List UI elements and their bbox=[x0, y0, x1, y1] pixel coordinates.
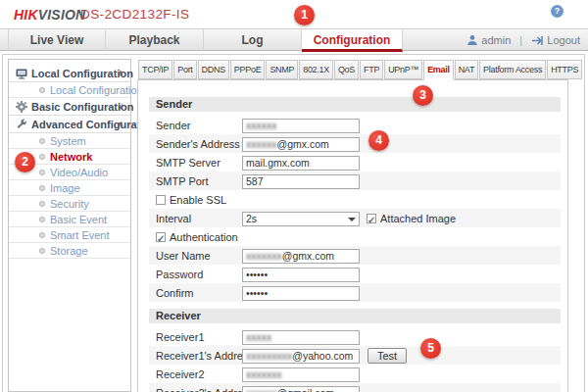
sender-input[interactable]: xxxxxx bbox=[242, 119, 360, 133]
interval-row: Interval2sAttached Image bbox=[149, 209, 561, 227]
masked-value: •••••• bbox=[246, 287, 268, 299]
callout-4: 4 bbox=[368, 130, 389, 151]
field-label: SMTP Port bbox=[149, 172, 242, 191]
section-gap bbox=[149, 302, 561, 309]
masked-value: •••••• bbox=[246, 269, 268, 280]
password-input[interactable]: •••••• bbox=[242, 268, 360, 282]
tab-tcpip[interactable]: TCP/IP bbox=[138, 60, 172, 79]
logout-button[interactable]: Logout bbox=[547, 34, 580, 46]
field-value: mail.gmx.com bbox=[246, 157, 310, 169]
chevron-up-icon: ∧ bbox=[118, 116, 123, 133]
sidebar-item-label: Image bbox=[50, 182, 80, 194]
tab-nat[interactable]: NAT bbox=[455, 60, 478, 79]
bullet-icon bbox=[39, 232, 45, 238]
nav-tab-log[interactable]: Log bbox=[204, 29, 302, 51]
tab-upnp[interactable]: UPnP™ bbox=[384, 60, 422, 79]
field-label: User Name bbox=[149, 247, 242, 266]
tab-ddns[interactable]: DDNS bbox=[198, 60, 229, 79]
bullet-icon bbox=[39, 201, 45, 207]
callout-3: 3 bbox=[413, 85, 433, 106]
hikvision-logo: HIKVISION bbox=[14, 7, 85, 23]
sidebar-group-advanced-configuration[interactable]: Advanced Configuration ∧ bbox=[9, 116, 130, 133]
smtp-server-row: SMTP Servermail.gmx.com bbox=[149, 153, 561, 172]
bullet-icon bbox=[39, 185, 45, 191]
tab-email[interactable]: Email bbox=[423, 60, 454, 80]
monitor-icon bbox=[16, 67, 27, 78]
sidebar-group-local-configuration[interactable]: Local Configuration ∧ bbox=[9, 65, 130, 82]
authentication-checkbox[interactable] bbox=[156, 232, 166, 242]
confirm-input[interactable]: •••••• bbox=[242, 286, 360, 301]
main-nav: Live View Playback Log Configuration adm… bbox=[0, 28, 588, 51]
checkbox-label: Enable SSL bbox=[170, 194, 226, 206]
email-settings-panel: Sender Senderxxxxxx Sender's Addressxxxx… bbox=[137, 79, 568, 392]
dropdown-arrow-icon bbox=[348, 218, 356, 221]
field-label: Receiver2's Address bbox=[149, 384, 242, 392]
smtp-port-input[interactable]: 587 bbox=[242, 174, 360, 189]
sidebar-group-basic-configuration[interactable]: Basic Configuration ∨ bbox=[9, 98, 130, 116]
redacted-value: xxxxxx bbox=[246, 138, 277, 150]
sender-address-row: Sender's Addressxxxxxx@gmx.com bbox=[149, 134, 561, 153]
receiver1-row: Receiver1xxxxx bbox=[149, 327, 561, 346]
nav-tab-live-view[interactable]: Live View bbox=[8, 29, 106, 51]
help-icon[interactable]: ? bbox=[551, 5, 564, 18]
selected-value: 2s bbox=[246, 213, 257, 224]
sidebar-item-storage[interactable]: Storage bbox=[9, 243, 130, 259]
tab-qos[interactable]: QoS bbox=[334, 60, 359, 79]
visible-value: @gmail.com bbox=[277, 387, 335, 392]
tab-platform-access[interactable]: Platform Access bbox=[479, 60, 546, 79]
receiver2-address-row: Receiver2's Addressxxxxxx@gmail.com bbox=[149, 383, 561, 392]
user-icon bbox=[466, 34, 478, 46]
tab-ftp[interactable]: FTP bbox=[360, 60, 383, 79]
test-button[interactable]: Test bbox=[368, 348, 407, 364]
main-panel: TCP/IP Port DDNS PPPoE SNMP 802.1X QoS F… bbox=[137, 60, 574, 392]
receiver1-input[interactable]: xxxxx bbox=[242, 330, 360, 345]
sidebar-item-image[interactable]: Image bbox=[9, 180, 130, 196]
interval-select[interactable]: 2s bbox=[242, 212, 360, 226]
gear-icon bbox=[16, 100, 27, 112]
smtp-server-input[interactable]: mail.gmx.com bbox=[242, 156, 360, 171]
sidebar-item-label: Smart Event bbox=[50, 229, 110, 241]
tab-https[interactable]: HTTPS bbox=[547, 60, 582, 79]
field-label: Receiver2 bbox=[149, 366, 242, 384]
field-label: Receiver1's Address bbox=[149, 347, 242, 366]
bullet-icon bbox=[39, 87, 45, 93]
logout-icon bbox=[531, 34, 544, 46]
tab-pppoe[interactable]: PPPoE bbox=[230, 60, 266, 79]
sender-address-input[interactable]: xxxxxx@gmx.com bbox=[242, 137, 360, 152]
tab-port[interactable]: Port bbox=[173, 60, 196, 79]
receiver2-address-input[interactable]: xxxxxx@gmail.com bbox=[242, 386, 360, 392]
attached-image-checkbox[interactable] bbox=[367, 214, 376, 223]
sidebar-item-local-configuration[interactable]: Local Configuration bbox=[9, 82, 130, 98]
receiver2-input[interactable]: xxxxxxx bbox=[242, 368, 360, 382]
field-label: Sender bbox=[149, 117, 242, 135]
receiver1-address-input[interactable]: xxxxxxxxx@yahoo.com bbox=[242, 349, 360, 364]
sidebar-item-basic-event[interactable]: Basic Event bbox=[9, 212, 130, 227]
password-row: Password•••••• bbox=[149, 265, 561, 283]
sidebar-item-system[interactable]: System bbox=[9, 133, 130, 149]
nav-tab-playback[interactable]: Playback bbox=[106, 29, 204, 51]
bullet-icon bbox=[39, 217, 45, 222]
receiver-section-header: Receiver bbox=[149, 309, 561, 323]
sidebar-item-smart-event[interactable]: Smart Event bbox=[9, 227, 130, 243]
tab-snmp[interactable]: SNMP bbox=[266, 60, 298, 79]
nav-tab-configuration[interactable]: Configuration bbox=[302, 29, 403, 52]
sidebar-item-label: Local Configuration bbox=[50, 84, 143, 96]
wrench-icon bbox=[16, 118, 27, 129]
bullet-icon bbox=[39, 248, 45, 254]
field-label: Password bbox=[149, 266, 242, 284]
enable-ssl-checkbox[interactable] bbox=[156, 195, 166, 205]
enable-ssl-row: Enable SSL bbox=[149, 190, 561, 209]
tab-8021x[interactable]: 802.1X bbox=[299, 60, 333, 79]
sidebar-item-security[interactable]: Security bbox=[9, 196, 130, 212]
user-area: admin | Logout bbox=[466, 29, 580, 51]
visible-value: @yahoo.com bbox=[292, 350, 353, 362]
user-name-input[interactable]: xxxxxxx@gmx.com bbox=[242, 249, 360, 264]
field-label: Receiver1 bbox=[149, 328, 242, 347]
sidebar: Local Configuration ∧ Local Configuratio… bbox=[8, 59, 131, 392]
sidebar-item-label: Video/Audio bbox=[50, 167, 108, 178]
redacted-value: xxxxxxx bbox=[246, 368, 282, 380]
chevron-up-icon: ∧ bbox=[118, 65, 123, 82]
username: admin bbox=[481, 34, 511, 46]
callout-2: 2 bbox=[15, 152, 35, 172]
callout-1: 1 bbox=[294, 5, 315, 25]
